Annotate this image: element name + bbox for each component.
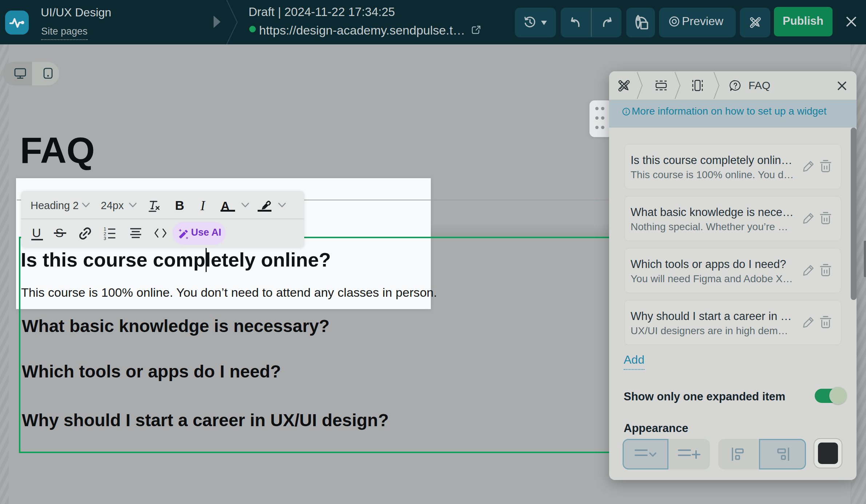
svg-text:3: 3 [104,236,106,240]
svg-text:2: 2 [104,231,106,236]
svg-text:1: 1 [104,227,106,232]
